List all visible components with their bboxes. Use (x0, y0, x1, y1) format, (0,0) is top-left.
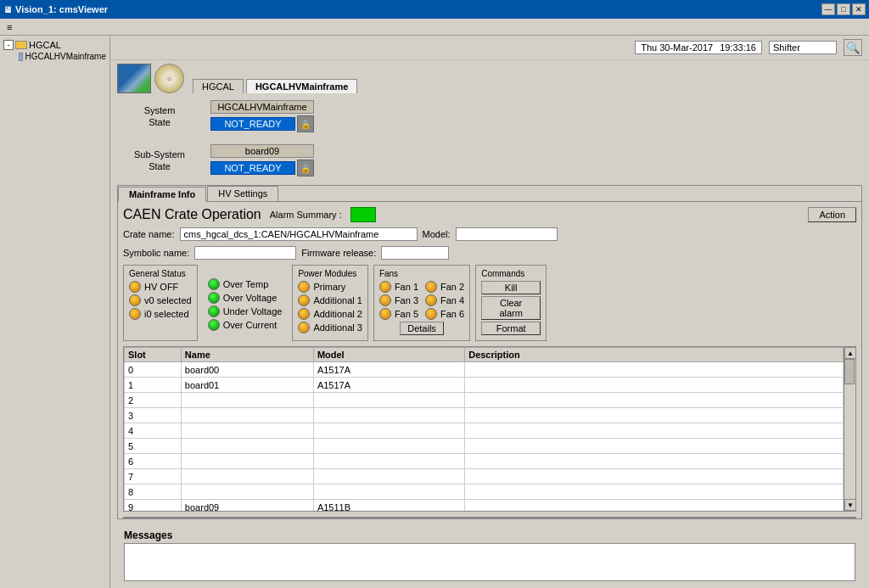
label-fan1: Fan 1 (395, 282, 418, 292)
scroll-up-arrow[interactable]: ▲ (844, 347, 856, 359)
format-button[interactable]: Format (481, 322, 541, 335)
table-cell-model (313, 484, 464, 500)
col-description: Description (465, 348, 844, 362)
table-row[interactable]: 5 (125, 439, 844, 454)
search-button[interactable]: 🔍 (844, 39, 862, 56)
table-cell-desc (465, 469, 844, 484)
close-button[interactable]: ✕ (852, 3, 866, 15)
state-badge-subsystem: NOT_READY (210, 161, 295, 175)
tree-label-hgcal: HGCAL (29, 40, 61, 50)
led-fan5 (379, 308, 391, 320)
table-cell-slot: 2 (125, 393, 182, 408)
table-row[interactable]: 3 (125, 408, 844, 423)
sidebar: - HGCAL HGCALHVMainframe (0, 36, 110, 588)
status-primary: Primary (298, 281, 362, 293)
led-fan6 (425, 308, 437, 320)
vertical-scrollbar[interactable]: ▲ ▼ (844, 347, 855, 511)
label-fan2: Fan 2 (440, 282, 464, 292)
label-fan3: Fan 3 (395, 295, 418, 305)
system-state-section: System State HGCALHVMainframe NOT_READY … (117, 97, 862, 136)
crate-panel: CAEN Crate Operation Alarm Summary : Act… (118, 202, 861, 518)
label-v0: v0 selected (144, 295, 192, 305)
led-v0 (129, 294, 141, 306)
label-fan5: Fan 5 (395, 309, 418, 319)
general-status-title: General Status (129, 269, 192, 278)
tab-hgcal[interactable]: HGCAL (193, 79, 244, 93)
table-cell-name: board09 (181, 500, 313, 512)
label-fan6: Fan 6 (440, 309, 464, 319)
maximize-button[interactable]: □ (837, 3, 850, 15)
led-under-voltage (208, 305, 220, 317)
scroll-thumb[interactable] (844, 359, 855, 384)
tab-hgcalhvmainframe[interactable]: HGCALHVMainframe (246, 79, 357, 93)
symbolic-name-field[interactable] (194, 246, 296, 260)
clear-alarm-button[interactable]: Clear alarm (481, 296, 541, 320)
subsystem-state-section: Sub-System State board09 NOT_READY 🔒 (117, 141, 862, 180)
label-over-voltage: Over Voltage (223, 293, 278, 303)
action-button[interactable]: Action (808, 207, 856, 222)
panel-area: System State HGCALHVMainframe NOT_READY … (110, 93, 869, 588)
fans-title: Fans (379, 269, 464, 278)
label-over-current: Over Current (223, 320, 278, 330)
model-label: Model: (423, 229, 451, 239)
messages-panel: Messages (117, 526, 862, 585)
scroll-down-arrow[interactable]: ▼ (844, 499, 856, 511)
table-cell-name (181, 484, 313, 500)
table-cell-desc (465, 423, 844, 439)
power-modules-title: Power Modules (298, 269, 362, 278)
state-badge-system: NOT_READY (210, 117, 295, 131)
table-row[interactable]: 8 (125, 484, 844, 500)
firmware-field[interactable] (381, 246, 449, 260)
crate-name-row: Crate name: Model: (123, 227, 856, 241)
status-additional3: Additional 3 (298, 322, 362, 333)
symbolic-name-label: Symbolic name: (123, 248, 189, 258)
table-cell-slot: 8 (125, 484, 182, 500)
table-cell-model (313, 393, 464, 408)
tree-item-hgcal[interactable]: - HGCAL (3, 39, 106, 51)
minimize-button[interactable]: — (821, 3, 835, 15)
sub-tabs: Mainframe Info HV Settings (118, 186, 861, 202)
label-additional2: Additional 2 (313, 309, 362, 319)
title-bar-text: 🖥 Vision_1: cmsViewer (3, 4, 108, 14)
table-row[interactable]: 2 (125, 393, 844, 408)
tree-item-mainframe[interactable]: HGCALHVMainframe (3, 51, 106, 62)
sub-tab-mainframe-info[interactable]: Mainframe Info (118, 187, 206, 202)
lock-icon-subsystem[interactable]: 🔒 (297, 160, 314, 176)
user-input[interactable] (769, 41, 837, 54)
menu-icon[interactable]: ≡ (2, 20, 17, 34)
top-bar: Thu 30-Mar-2017 19:33:16 🔍 (110, 36, 869, 60)
kill-button[interactable]: Kill (481, 281, 541, 294)
table-row[interactable]: 7 (125, 469, 844, 484)
table-row[interactable]: 0board00A1517A (125, 362, 844, 378)
system-value: HGCALHVMainframe (210, 100, 314, 114)
table-row[interactable]: 4 (125, 423, 844, 439)
bottom-tab-crate-details[interactable]: Crate Details (123, 518, 490, 518)
general-status-box: General Status HV OFF v0 selected (123, 265, 198, 341)
crate-name-field[interactable] (180, 227, 418, 241)
table-scroll[interactable]: Slot Name Model Description 0board00A151… (124, 347, 844, 511)
bottom-tab-comms-details[interactable]: Communications details (490, 518, 856, 518)
table-cell-name (181, 393, 313, 408)
label-over-temp: Over Temp (223, 279, 269, 289)
fan-row-2: Fan 3 Fan 4 (379, 294, 464, 306)
table-row[interactable]: 9board09A1511B (125, 500, 844, 512)
table-row[interactable]: 1board01A1517A (125, 378, 844, 393)
main-container: - HGCAL HGCALHVMainframe Thu 30-Mar-2017… (0, 36, 869, 588)
tree-folder-icon (15, 41, 27, 49)
lock-icon-system[interactable]: 🔒 (297, 115, 314, 132)
cms-logo (117, 64, 151, 93)
sub-tab-hv-settings[interactable]: HV Settings (207, 186, 278, 201)
table-cell-desc (465, 500, 844, 512)
table-cell-desc (465, 484, 844, 500)
table-row[interactable]: 6 (125, 454, 844, 469)
status-under-voltage: Under Voltage (208, 305, 283, 317)
table-cell-slot: 5 (125, 439, 182, 454)
fans-details-button[interactable]: Details (400, 322, 444, 335)
table-cell-slot: 1 (125, 378, 182, 393)
status-panels: General Status HV OFF v0 selected (123, 265, 856, 341)
tree-expand-hgcal[interactable]: - (3, 40, 14, 50)
model-field[interactable] (456, 227, 558, 241)
date-value: Thu 30-Mar-2017 (641, 42, 713, 53)
time-value: 19:33:16 (720, 42, 756, 53)
label-under-voltage: Under Voltage (223, 306, 283, 316)
